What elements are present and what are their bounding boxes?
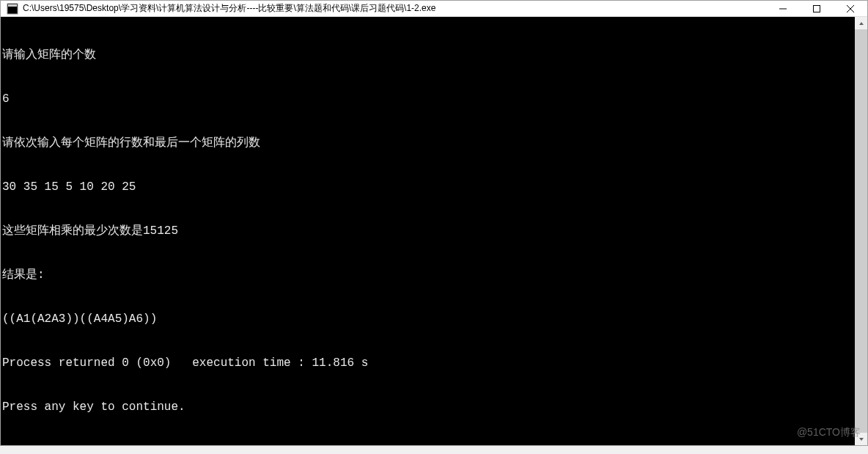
window-title: C:\Users\19575\Desktop\学习资料\计算机算法设计与分析--… bbox=[23, 2, 766, 15]
watermark: @51CTO博客 bbox=[797, 426, 861, 439]
window-controls bbox=[766, 1, 867, 16]
app-icon bbox=[7, 3, 18, 15]
svg-rect-1 bbox=[8, 4, 17, 7]
vertical-scrollbar[interactable] bbox=[855, 17, 867, 445]
svg-marker-6 bbox=[859, 22, 864, 25]
maximize-button[interactable] bbox=[800, 1, 834, 16]
output-line: 这些矩阵相乘的最少次数是15125 bbox=[2, 224, 855, 238]
close-button[interactable] bbox=[834, 1, 867, 16]
output-line: 请输入矩阵的个数 bbox=[2, 48, 855, 62]
scroll-up-button[interactable] bbox=[855, 17, 867, 29]
console-window: C:\Users\19575\Desktop\学习资料\计算机算法设计与分析--… bbox=[0, 0, 868, 446]
scroll-thumb[interactable] bbox=[855, 29, 867, 433]
output-line: 请依次输入每个矩阵的行数和最后一个矩阵的列数 bbox=[2, 136, 855, 150]
output-line: ((A1(A2A3))((A4A5)A6)) bbox=[2, 312, 855, 326]
output-line: 结果是: bbox=[2, 268, 855, 282]
minimize-button[interactable] bbox=[766, 1, 800, 16]
titlebar[interactable]: C:\Users\19575\Desktop\学习资料\计算机算法设计与分析--… bbox=[1, 1, 867, 17]
output-line: Process returned 0 (0x0) execution time … bbox=[2, 356, 855, 370]
console-output[interactable]: 请输入矩阵的个数 6 请依次输入每个矩阵的行数和最后一个矩阵的列数 30 35 … bbox=[1, 17, 855, 445]
output-line: 30 35 15 5 10 20 25 bbox=[2, 180, 855, 194]
scroll-track[interactable] bbox=[855, 29, 867, 433]
output-line: 6 bbox=[2, 92, 855, 106]
svg-rect-3 bbox=[814, 5, 820, 12]
output-line: Press any key to continue. bbox=[2, 400, 855, 414]
content-wrap: 请输入矩阵的个数 6 请依次输入每个矩阵的行数和最后一个矩阵的列数 30 35 … bbox=[1, 17, 867, 445]
